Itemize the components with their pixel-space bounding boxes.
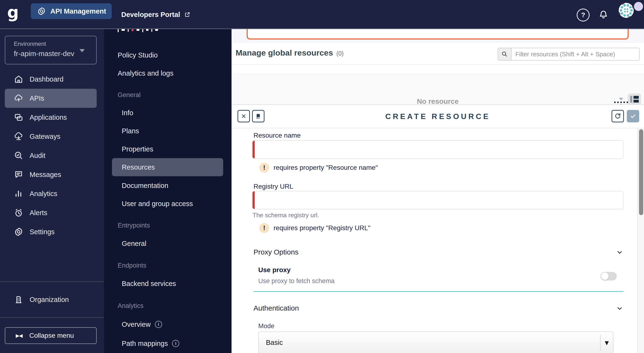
resource-name-field (252, 140, 624, 159)
sidebar-item-messages[interactable]: Messages (0, 165, 104, 184)
menu-item-label: Documentation (104, 182, 168, 190)
menu-item-label: Backend services (104, 280, 176, 288)
api-menu-item-general[interactable]: General (104, 234, 232, 253)
api-menu-item-documentation[interactable]: Documentation (104, 176, 232, 195)
environment-select[interactable]: Environment fr-apim-master-dev (5, 36, 97, 64)
api-management-label: API Management (50, 7, 106, 15)
sidebar-item-gateways[interactable]: Gateways (0, 127, 104, 146)
sidebar-item-apis[interactable]: APIs (5, 89, 97, 108)
scrolled-item-fragment (118, 29, 158, 33)
sidebar-item-alerts[interactable]: Alerts (0, 203, 104, 222)
avatar-status-badge (634, 2, 643, 11)
sidebar-item-label: APIs (30, 94, 44, 102)
registry-url-hint: The schema registry url. (252, 212, 319, 219)
mode-select[interactable]: Basic ▼ (258, 332, 614, 353)
api-menu-section-entrypoints: Entrypoints (104, 216, 232, 234)
proxy-options-header[interactable]: Proxy Options (254, 248, 298, 256)
select-arrow-icon: ▼ (600, 335, 613, 351)
api-menu-item-policy-studio[interactable]: Policy Studio (104, 46, 232, 64)
resize-arrow-down-icon (619, 98, 623, 100)
api-menu-item-plans[interactable]: Plans (104, 122, 232, 140)
api-menu-sidebar: Policy Studio Analytics and logs General… (104, 29, 232, 353)
api-menu-item-user-and-group-access[interactable]: User and group access (104, 195, 232, 213)
resource-name-input[interactable] (257, 142, 619, 157)
sidebar-item-dashboard[interactable]: Dashboard (0, 70, 104, 89)
submit-button[interactable] (627, 110, 639, 122)
menu-item-label: Resources (112, 163, 155, 171)
filter-resources-input[interactable] (512, 48, 639, 60)
sidebar-item-organization[interactable]: Organization (0, 290, 104, 309)
sidebar-item-applications[interactable]: Applications (0, 108, 104, 127)
gear-icon (14, 227, 24, 237)
sidebar-item-analytics[interactable]: Analytics (0, 184, 104, 203)
api-menu-item-properties[interactable]: Properties (104, 140, 232, 158)
notifications-button[interactable] (598, 9, 609, 20)
search-icon (498, 48, 512, 60)
info-glyph: i (175, 341, 176, 346)
check-icon (630, 113, 636, 119)
refresh-icon (614, 113, 621, 120)
sidebar-item-audit[interactable]: Audit (0, 146, 104, 165)
menu-section-label: General (104, 91, 140, 99)
gear-icon (37, 7, 46, 16)
layout-icon (630, 96, 632, 103)
api-menu-item-path-mappings[interactable]: Path mappings i (104, 335, 232, 353)
resources-header-row: Manage global resources (0) (232, 43, 644, 65)
info-icon[interactable]: i (172, 340, 179, 347)
api-menu-section-analytics: Analytics (104, 297, 232, 315)
api-menu-item-backend-services[interactable]: Backend services (104, 275, 232, 293)
api-menu-item-info[interactable]: Info (104, 104, 232, 122)
registry-url-error: ! requires property "Registry URL" (259, 223, 370, 233)
menu-item-label: Properties (104, 145, 153, 153)
sidebar-item-label: Analytics (30, 190, 57, 198)
registry-url-label: Registry URL (254, 183, 293, 190)
resource-count: (0) (336, 50, 344, 57)
api-menu-item-resources[interactable]: Resources (112, 158, 223, 176)
collapse-menu-button[interactable]: ▶◀ Collapse menu (5, 327, 97, 344)
use-proxy-label: Use proxy (258, 266, 290, 274)
help-button[interactable]: ? (577, 8, 590, 21)
resources-empty-list: No resource (232, 73, 644, 105)
reset-button[interactable] (612, 110, 624, 122)
gravitee-logo-icon[interactable]: g (7, 3, 19, 22)
resource-name-error: ! requires property "Resource name" (259, 163, 378, 173)
menu-item-label: Plans (104, 127, 139, 135)
toggle-panel-button[interactable] (628, 93, 641, 105)
warning-glyph: ! (263, 224, 266, 232)
select-arrow-glyph: ▼ (605, 340, 609, 346)
use-proxy-toggle[interactable] (600, 272, 617, 281)
menu-item-label: Policy Studio (104, 51, 158, 59)
layout-icon-rect (634, 96, 639, 99)
developers-portal-link[interactable]: Developers Portal (121, 0, 191, 29)
chevron-down-icon[interactable] (616, 249, 624, 256)
avatar[interactable] (618, 2, 634, 18)
sidebar-item-label: Gateways (30, 133, 60, 140)
sidebar-item-label: Settings (30, 228, 55, 236)
scrollbar-thumb[interactable] (639, 129, 643, 215)
filter-resources-field (498, 48, 640, 61)
api-menu-item-overview[interactable]: Overview i (104, 315, 232, 334)
sidebar-item-label: Messages (30, 171, 61, 179)
vertical-scrollbar[interactable] (637, 128, 644, 353)
sidebar-item-label: Alerts (30, 209, 47, 217)
menu-section-label: Analytics (104, 302, 144, 310)
alarm-icon (14, 208, 24, 218)
info-icon[interactable]: i (155, 321, 162, 328)
api-management-button[interactable]: API Management (31, 3, 112, 19)
applications-icon (14, 113, 24, 122)
api-menu-section-endpoints: Endpoints (104, 256, 232, 275)
registry-url-input[interactable] (257, 192, 619, 208)
error-text: requires property "Registry URL" (274, 224, 370, 232)
sidebar-item-settings[interactable]: Settings (0, 222, 104, 241)
sidebar-item-label: Dashboard (30, 75, 64, 83)
use-proxy-description: Use proxy to fetch schema (258, 277, 335, 285)
message-icon (14, 170, 24, 179)
main-sidebar: Environment fr-apim-master-dev Dashboard… (0, 29, 104, 353)
developers-portal-label: Developers Portal (121, 11, 180, 18)
api-menu-item-analytics-and-logs[interactable]: Analytics and logs (104, 64, 232, 82)
external-link-icon (184, 11, 191, 18)
authentication-header[interactable]: Authentication (254, 304, 299, 312)
sidebar-item-label: Audit (30, 152, 45, 160)
chevron-down-icon[interactable] (616, 305, 624, 312)
info-glyph: i (158, 322, 159, 327)
